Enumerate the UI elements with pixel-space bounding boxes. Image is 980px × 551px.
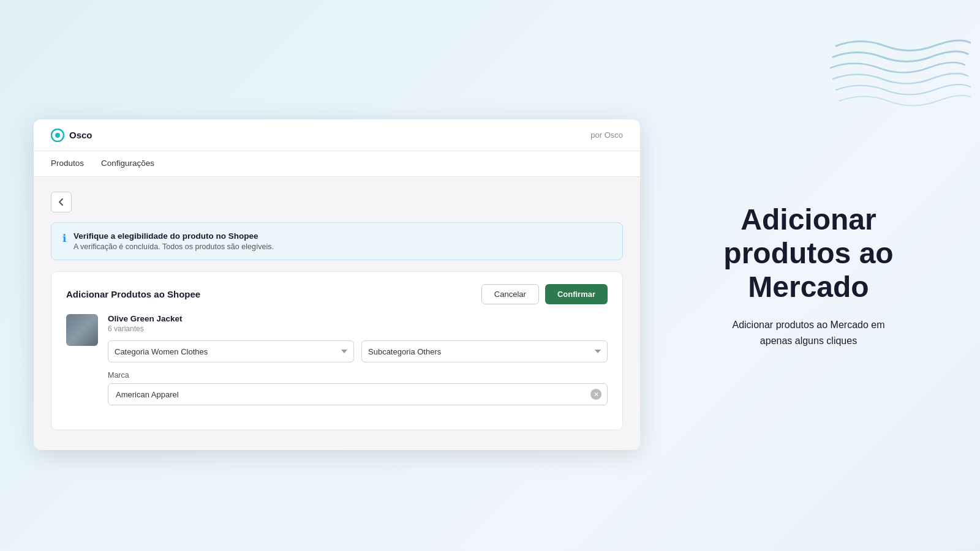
product-thumbnail [66, 314, 98, 346]
info-banner-text: Verifique a elegibilidade do produto no … [74, 231, 274, 251]
marca-group: Marca ✕ [108, 371, 608, 405]
marca-clear-button[interactable]: ✕ [590, 389, 601, 400]
category-select[interactable]: Categoria Women Clothes [108, 340, 354, 362]
product-card: Adicionar Produtos ao Shopee Cancelar Co… [51, 271, 623, 430]
product-item: Olive Green Jacket 6 variantes Categoria… [66, 314, 608, 405]
marca-input[interactable] [108, 383, 608, 405]
info-icon: ℹ [62, 232, 66, 245]
marca-input-wrap: ✕ [108, 383, 608, 405]
nav-item-configuracoes[interactable]: Configurações [101, 151, 154, 176]
app-content: ℹ Verifique a elegibilidade do produto n… [34, 177, 640, 450]
cancel-button[interactable]: Cancelar [481, 284, 539, 304]
product-card-header: Adicionar Produtos ao Shopee Cancelar Co… [66, 284, 608, 304]
product-card-title: Adicionar Produtos ao Shopee [66, 289, 200, 299]
osco-logo-icon [51, 129, 64, 142]
card-actions: Cancelar Confirmar [481, 284, 608, 304]
header-left: Osco [51, 129, 92, 142]
info-banner-title: Verifique a elegibilidade do produto no … [74, 231, 274, 241]
product-name: Olive Green Jacket [108, 314, 608, 323]
product-info: Olive Green Jacket 6 variantes Categoria… [108, 314, 608, 405]
right-panel-subtitle: Adicionar produtos ao Mercado emapenas a… [723, 317, 893, 348]
right-panel-title: Adicionar produtos ao Mercado [723, 203, 893, 304]
product-variants: 6 variantes [108, 324, 608, 333]
svg-point-1 [55, 133, 60, 138]
info-banner-description: A verificação é concluída. Todos os prod… [74, 242, 274, 251]
header-por-osco: por Osco [590, 130, 623, 140]
marca-label: Marca [108, 371, 608, 380]
nav-item-produtos[interactable]: Produtos [51, 151, 84, 176]
app-header: Osco por Osco [34, 119, 640, 151]
confirm-button[interactable]: Confirmar [545, 284, 608, 304]
product-thumbnail-image [66, 314, 98, 346]
right-panel-text: Adicionar produtos ao Mercado Adicionar … [723, 203, 893, 349]
app-nav: Produtos Configurações [34, 151, 640, 177]
back-button[interactable] [51, 192, 72, 212]
app-window: Osco por Osco Produtos Configurações ℹ V… [34, 119, 640, 450]
back-arrow-icon [57, 198, 66, 206]
subcategory-select[interactable]: Subcategoria Others [361, 340, 608, 362]
header-title: Osco [69, 130, 92, 140]
wave-decoration [830, 34, 971, 113]
info-banner: ℹ Verifique a elegibilidade do produto n… [51, 222, 623, 260]
form-row-categories: Categoria Women Clothes Subcategoria Oth… [108, 340, 608, 362]
right-panel: Adicionar produtos ao Mercado Adicionar … [637, 0, 980, 551]
